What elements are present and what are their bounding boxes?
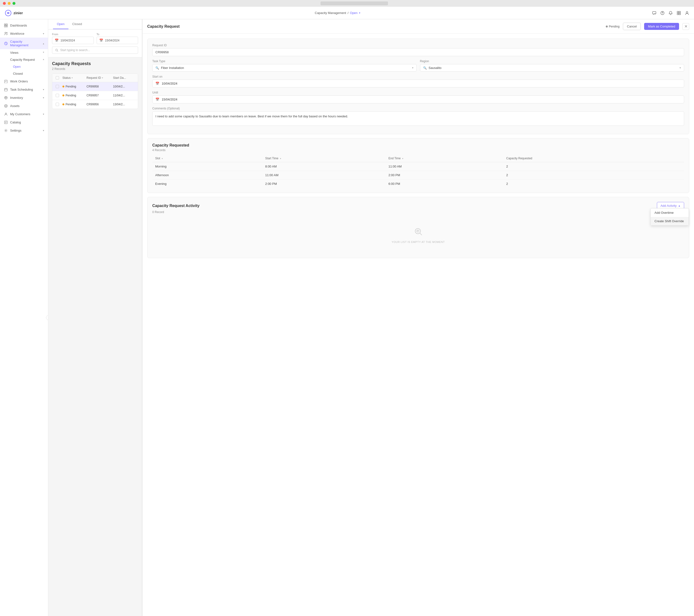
sidebar-item-workforce[interactable]: Workforce ▾ (0, 30, 48, 38)
task-type-search-icon: 🔍 (156, 66, 159, 70)
open-label: Open (13, 65, 21, 69)
end-evening: 6:00 PM (386, 180, 504, 188)
sidebar-item-dashboards-label: Dashboards (10, 24, 27, 27)
start-morning: 8:00 AM (262, 162, 386, 171)
titlebar (0, 0, 694, 7)
row-status: Pending (66, 94, 76, 97)
breadcrumb: Capacity Management / Open ▾ (315, 11, 360, 15)
add-activity-dropdown: Add Overtime Create Shift Override (651, 208, 689, 225)
capacity-sub-menu: Views ▾ Capacity Request ▴ Open Closed (0, 49, 48, 77)
sidebar-sub-capacity-request[interactable]: Capacity Request ▴ (10, 56, 48, 63)
col-capacity-requested: Capacity Requested (504, 155, 684, 162)
status-badge: Pending (606, 25, 620, 28)
end-morning: 11:00 AM (386, 162, 504, 171)
sidebar-sub-open[interactable]: Open (10, 63, 48, 70)
header-checkbox[interactable] (56, 76, 59, 79)
col-start-time[interactable]: Start Time ▾ (262, 155, 386, 162)
col-request-id-label: Request ID (87, 76, 101, 79)
message-icon[interactable] (652, 11, 656, 15)
list-filters: From 📅 10/04/2024 To 📅 15/04/2024 (48, 30, 142, 57)
user-icon[interactable] (685, 11, 689, 15)
row-checkbox[interactable] (56, 94, 59, 97)
catalog-icon (4, 120, 8, 124)
comments-value[interactable]: I need to add some capacity to Sausalito… (152, 111, 684, 126)
cancel-button[interactable]: Cancel (623, 23, 641, 30)
close-window-btn[interactable] (3, 2, 6, 5)
dropdown-create-shift-override[interactable]: Create Shift Override (651, 217, 689, 225)
col-end-time[interactable]: End Time ▾ (386, 155, 504, 162)
col-slot-label: Slot (155, 157, 160, 160)
capacity-request-label: Capacity Request (10, 58, 35, 61)
start-afternoon: 11:00 AM (262, 171, 386, 180)
task-type-select[interactable]: 🔍 Fiber Installation ▾ (152, 64, 417, 72)
sidebar-item-assets[interactable]: Assets (0, 102, 48, 110)
activity-record-count: 0 Record (152, 211, 684, 214)
sidebar-item-inventory[interactable]: Inventory ▾ (0, 93, 48, 102)
tab-closed[interactable]: Closed (69, 19, 86, 29)
mark-complete-button[interactable]: Mark as Completed (644, 23, 679, 30)
activity-section: Capacity Request Activity Add Activity ▲… (147, 197, 689, 258)
tab-open[interactable]: Open (53, 19, 69, 29)
breadcrumb-dropdown-icon[interactable]: ▾ (359, 12, 360, 14)
settings-icon (4, 128, 8, 132)
search-box[interactable]: Start typing to search... (52, 47, 138, 54)
svg-point-13 (5, 32, 6, 33)
logo[interactable]: zinier (5, 10, 23, 16)
row-request-id: CR99957 (87, 94, 113, 97)
sidebar-item-task-scheduling[interactable]: Task Scheduling ▾ (0, 85, 48, 93)
my-customers-chevron: ▾ (43, 113, 44, 115)
to-date-input[interactable]: 📅 15/04/2024 (97, 37, 138, 44)
svg-rect-17 (4, 88, 7, 91)
views-chevron: ▾ (43, 51, 44, 54)
row-checkbox[interactable] (56, 103, 59, 106)
sidebar-item-settings[interactable]: Settings ▾ (0, 126, 48, 134)
until-input[interactable]: 📅 15/04/2024 (152, 95, 684, 103)
sidebar-item-my-customers[interactable]: My Customers ▾ (0, 110, 48, 118)
dropdown-add-overtime[interactable]: Add Overtime (651, 209, 689, 217)
capacity-row: Morning 8:00 AM 11:00 AM 2 (152, 162, 684, 171)
sidebar-item-dashboards[interactable]: Dashboards (0, 21, 48, 30)
minimize-window-btn[interactable] (8, 2, 11, 5)
sidebar-item-catalog-label: Catalog (10, 121, 21, 124)
row-request-id: CR99956 (87, 103, 113, 106)
to-calendar-icon: 📅 (99, 39, 103, 42)
sidebar-collapse-btn[interactable]: ‹ (46, 315, 48, 320)
sidebar-sub-views[interactable]: Views ▾ (10, 49, 48, 56)
col-request-id[interactable]: Request ID ▾ (87, 76, 113, 79)
sidebar-item-assets-label: Assets (10, 104, 19, 108)
row-start-date: 10/04/2... (113, 85, 134, 88)
bell-icon[interactable] (669, 11, 673, 15)
to-date-field: To 📅 15/04/2024 (97, 33, 138, 44)
help-icon[interactable] (660, 11, 664, 15)
sidebar-item-catalog[interactable]: Catalog (0, 118, 48, 126)
from-date-input[interactable]: 📅 10/04/2024 (52, 37, 94, 44)
table-row[interactable]: Pending CR99958 10/04/2... (52, 82, 138, 91)
maximize-window-btn[interactable] (13, 2, 15, 5)
sidebar-item-work-orders[interactable]: Work Orders (0, 77, 48, 85)
start-on-input[interactable]: 📅 10/04/2024 (152, 79, 684, 88)
region-select[interactable]: 🔍 Sausalito ▾ (420, 64, 684, 72)
svg-point-20 (5, 113, 6, 114)
region-label: Region (420, 59, 684, 63)
sidebar-item-task-scheduling-label: Task Scheduling (10, 88, 33, 91)
sidebar-sub-closed[interactable]: Closed (10, 70, 48, 77)
capacity-row: Evening 2:00 PM 6:00 PM 2 (152, 180, 684, 188)
table-row[interactable]: Pending CR99956 13/04/2... (52, 100, 138, 109)
row-status: Pending (66, 103, 76, 106)
svg-rect-7 (679, 13, 680, 15)
row-checkbox[interactable] (56, 85, 59, 88)
grid-icon[interactable] (677, 11, 681, 15)
empty-text: YOUR LIST IS EMPTY AT THE MOMENT (157, 240, 679, 243)
start-evening: 2:00 PM (262, 180, 386, 188)
close-detail-button[interactable]: ✕ (682, 23, 689, 30)
table-row[interactable]: Pending CR99957 11/04/2... (52, 91, 138, 100)
status-cell: Pending (62, 103, 87, 106)
sidebar-item-capacity-management[interactable]: Capacity Management ▴ (0, 38, 48, 49)
row-status: Pending (66, 85, 76, 88)
to-label: To (97, 33, 138, 36)
col-status[interactable]: Status ▾ (62, 76, 87, 79)
dashboards-icon (4, 23, 8, 27)
closed-label: Closed (13, 72, 23, 75)
breadcrumb-current: Open (350, 11, 358, 15)
col-slot[interactable]: Slot ▾ (152, 155, 262, 162)
